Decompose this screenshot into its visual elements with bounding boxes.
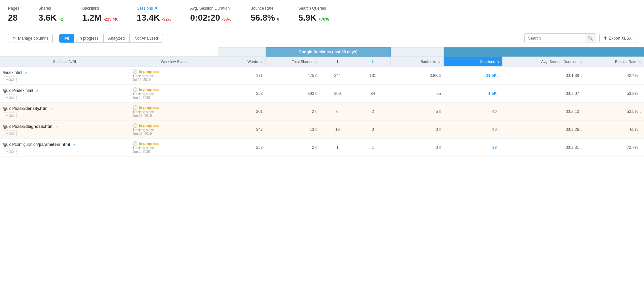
- col-header-words[interactable]: Words ⇅: [218, 57, 265, 67]
- avg-dur-cell: 0:01:38 ↓: [503, 67, 585, 85]
- add-tag-button[interactable]: + tag: [3, 130, 17, 136]
- sort-totalshares-icon: ⇅: [314, 60, 317, 64]
- stats-bar: Pages 28 Shares 3.6K +2 Backlinks 1.2M -…: [0, 0, 644, 29]
- sessions-arrow-icon: ▼: [154, 6, 158, 11]
- plus-icon: +: [6, 131, 8, 135]
- add-tag-button[interactable]: + tag: [3, 148, 17, 154]
- external-link-icon[interactable]: ↗: [51, 107, 54, 111]
- stat-bounce-rate: Bounce Rate 56.8% 0: [241, 6, 289, 23]
- search-icon[interactable]: 🔍: [585, 34, 596, 43]
- col-header-avgdur[interactable]: Avg. Session Duration ⇅: [503, 57, 585, 67]
- workflow-cell: 🕐 In progress Tracking sinceJun 26, 2019: [130, 121, 218, 139]
- backlinks-cell: 5 0: [391, 103, 444, 121]
- url-cell: /index.html ↗ + tag: [0, 67, 130, 85]
- external-link-icon[interactable]: ↗: [56, 125, 59, 129]
- bounce-cell: 53.3% ↑: [585, 85, 644, 103]
- sort-sessions-icon: ⇅: [497, 60, 500, 64]
- stat-backlinks-delta: -225.4K: [103, 17, 118, 22]
- inprogress-link[interactable]: 🕐 In progress: [133, 87, 216, 92]
- inprogress-link[interactable]: 🕐 In progress: [133, 141, 216, 146]
- clock-icon: 🕐: [133, 123, 138, 128]
- sort-bounce-icon: ⇅: [638, 60, 641, 64]
- total-shares-cell: 475 0: [265, 67, 320, 85]
- fb-cell: 1: [320, 139, 355, 156]
- inprogress-link[interactable]: 🕐 In progress: [133, 69, 216, 74]
- tab-notanalyzed[interactable]: Not Analyzed: [130, 34, 163, 43]
- col-header-bounce[interactable]: Bounce Rate ⇅: [585, 57, 644, 67]
- stat-backlinks-value: 1.2M -225.4K: [82, 13, 118, 23]
- table-row: /guide/basic/diagnosis.html ↗ + tag 🕐 In…: [0, 121, 644, 139]
- words-cell: 253: [218, 139, 265, 156]
- stat-avg-session: Avg. Session Duration 0:02:20 -33%: [181, 6, 241, 23]
- fb-cell: 13: [320, 121, 355, 139]
- sort-backlinks-icon: ⇅: [438, 60, 441, 64]
- total-shares-cell: 2 0: [265, 103, 320, 121]
- table-row: /guide/configuration/parameters.html ↗ +…: [0, 139, 644, 156]
- fb-cell: 309: [320, 85, 355, 103]
- add-tag-button[interactable]: + tag: [3, 112, 17, 118]
- data-table: Google Analytics (last 30 days) Subfolde…: [0, 47, 644, 156]
- search-box: 🔍: [524, 33, 596, 43]
- stat-shares-value: 3.6K +2: [38, 13, 63, 23]
- backlinks-cell: 3.8K 0: [391, 67, 444, 85]
- sessions-cell: 33 ↑: [444, 139, 503, 156]
- words-cell: 347: [218, 121, 265, 139]
- toolbar: ⚙ Manage columns All In progress Analyze…: [0, 29, 644, 47]
- stat-sessions-value: 13.4K -32%: [137, 13, 171, 23]
- words-cell: 358: [218, 85, 265, 103]
- add-tag-button[interactable]: + tag: [3, 76, 17, 82]
- url-cell: /guide/configuration/parameters.html ↗ +…: [0, 139, 130, 156]
- add-tag-button[interactable]: + tag: [3, 94, 17, 100]
- inprogress-link[interactable]: 🕐 In progress: [133, 123, 216, 128]
- col-header-url: Subfolder/URL: [0, 57, 130, 67]
- stat-sessions: Sessions ▼ 13.4K -32%: [127, 6, 181, 23]
- tab-all[interactable]: All: [59, 34, 74, 43]
- plus-icon: +: [6, 113, 8, 117]
- col-header-backlinks[interactable]: Backlinks ⇅: [391, 57, 444, 67]
- stat-shares-delta: +2: [59, 17, 63, 22]
- col-header-sessions[interactable]: Sessions ⇅: [444, 57, 503, 67]
- bounce-cell: 42.4% ↑: [585, 67, 644, 85]
- external-link-icon[interactable]: ↗: [25, 71, 27, 75]
- twitter-icon: t: [372, 59, 373, 64]
- col-header-totalshares[interactable]: Total Shares ⇅: [265, 57, 320, 67]
- manage-columns-button[interactable]: ⚙ Manage columns: [8, 34, 53, 43]
- export-button[interactable]: ⬆ Export XLSX: [599, 34, 636, 43]
- avg-dur-cell: 0:02:31 ↓: [503, 139, 585, 156]
- stat-sessions-label[interactable]: Sessions ▼: [137, 6, 171, 11]
- clock-icon: 🕐: [133, 87, 138, 92]
- export-icon: ⬆: [604, 36, 607, 41]
- sessions-cell: 1.5K ↑: [444, 85, 503, 103]
- total-shares-cell: 393 0: [265, 85, 320, 103]
- tab-analyzed[interactable]: Analyzed: [104, 34, 130, 43]
- stat-search-queries: Search Queries 5.9K +70%: [289, 6, 338, 23]
- inprogress-link[interactable]: 🕐 In progress: [133, 105, 216, 110]
- sort-words-icon: ⇅: [260, 60, 263, 64]
- total-shares-cell: 2 0: [265, 139, 320, 156]
- backlinks-cell: 95: [391, 85, 444, 103]
- stat-search-queries-value: 5.9K +70%: [298, 13, 329, 23]
- fb-cell: 344: [320, 67, 355, 85]
- tab-inprogress[interactable]: In progress: [74, 34, 104, 43]
- search-input[interactable]: [525, 34, 585, 43]
- clock-icon: 🕐: [133, 69, 138, 74]
- tracking-text: Tracking sinceJun 26, 2019: [133, 128, 216, 136]
- sessions-cell: 11.5K ↓: [444, 67, 503, 85]
- stat-bounce-rate-value: 56.8% 0: [250, 13, 279, 23]
- external-link-icon[interactable]: ↗: [72, 143, 75, 146]
- tracking-text: Tracking sinceJul 29, 2019: [133, 74, 216, 82]
- sessions-cell: 40 ↓: [444, 121, 503, 139]
- plus-icon: +: [6, 77, 8, 81]
- col-header-workflow: Workflow Status: [130, 57, 218, 67]
- stat-shares-label: Shares: [38, 6, 63, 11]
- stat-backlinks-label: Backlinks: [82, 6, 118, 11]
- stat-shares: Shares 3.6K +2: [29, 6, 73, 23]
- tw-cell: 2: [355, 103, 390, 121]
- bounce-cell: 72.7% ↑: [585, 139, 644, 156]
- words-cell: 201: [218, 103, 265, 121]
- stat-pages: Pages 28: [8, 6, 29, 23]
- table-row: /guide/basic/density.html ↗ + tag 🕐 In p…: [0, 103, 644, 121]
- sessions-cell: 40 ↑: [444, 103, 503, 121]
- external-link-icon[interactable]: ↗: [36, 89, 38, 93]
- tw-cell: 1: [355, 139, 390, 156]
